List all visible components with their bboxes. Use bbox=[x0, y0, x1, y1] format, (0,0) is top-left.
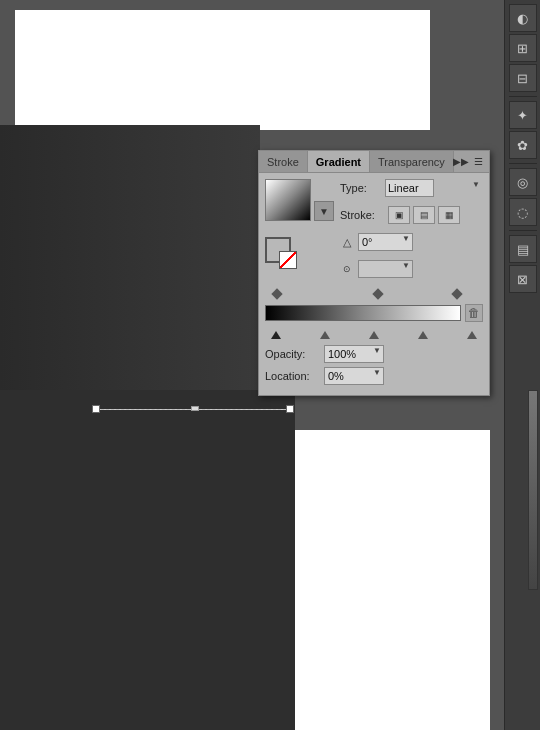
delete-stop-btn[interactable]: 🗑 bbox=[465, 304, 483, 322]
handle-top-left[interactable] bbox=[92, 405, 100, 413]
stop-4[interactable] bbox=[467, 327, 477, 339]
angle-input[interactable] bbox=[358, 233, 413, 251]
angle-icon: △ bbox=[340, 235, 354, 249]
wand-btn[interactable]: ✦ bbox=[509, 101, 537, 129]
panel-body: ▼ Type: bbox=[259, 173, 489, 395]
location-input[interactable] bbox=[324, 367, 384, 385]
stop-2[interactable] bbox=[369, 327, 379, 339]
type-row: Type: Linear bbox=[340, 179, 483, 197]
panel-tab-icons: ▶▶ ☰ bbox=[454, 155, 489, 169]
swatch-column: ▼ bbox=[265, 179, 334, 283]
panel-options-icon[interactable]: ☰ bbox=[471, 155, 485, 169]
location-row: Location: bbox=[265, 367, 483, 385]
controls-column: Type: Linear Stroke: ▣ ▤ ▦ bbox=[340, 179, 483, 283]
stroke-row: Stroke: ▣ ▤ ▦ bbox=[340, 206, 483, 224]
transform-btn[interactable]: ⊠ bbox=[509, 265, 537, 293]
opacity-input[interactable] bbox=[324, 345, 384, 363]
panel-menu-icon[interactable]: ▶▶ bbox=[454, 155, 468, 169]
gradient-bar[interactable] bbox=[265, 305, 461, 321]
aspect-input-wrap bbox=[358, 260, 413, 278]
tab-transparency[interactable]: Transparency bbox=[370, 151, 454, 172]
gradient-bar-container bbox=[265, 305, 461, 321]
type-label: Type: bbox=[340, 182, 385, 194]
opacity-label: Opacity: bbox=[265, 348, 320, 360]
divider-3 bbox=[509, 230, 537, 231]
grid-btn[interactable]: ⊟ bbox=[509, 64, 537, 92]
stroke-swatch-red bbox=[279, 251, 297, 269]
gradient-swatch[interactable] bbox=[265, 179, 311, 221]
divider-1 bbox=[509, 96, 537, 97]
tab-gradient[interactable]: Gradient bbox=[308, 151, 370, 172]
panel-tabs: Stroke Gradient Transparency ▶▶ ☰ bbox=[259, 151, 489, 173]
stop-1[interactable] bbox=[320, 327, 330, 339]
circle-gradient-btn[interactable]: ◎ bbox=[509, 168, 537, 196]
stroke-btn-1[interactable]: ▣ bbox=[388, 206, 410, 224]
page-top bbox=[15, 10, 430, 130]
stop-3[interactable] bbox=[418, 327, 428, 339]
type-select[interactable]: Linear bbox=[385, 179, 434, 197]
aspect-row: ⊙ bbox=[340, 260, 483, 278]
gradient-panel: Stroke Gradient Transparency ▶▶ ☰ bbox=[258, 150, 490, 396]
aspect-icon: ⊙ bbox=[340, 262, 354, 276]
location-label: Location: bbox=[265, 370, 320, 382]
type-select-wrapper: Linear bbox=[385, 179, 483, 197]
color-wheel-btn[interactable]: ◐ bbox=[509, 4, 537, 32]
ring-gradient-btn[interactable]: ◌ bbox=[509, 198, 537, 226]
divider-2 bbox=[509, 163, 537, 164]
diamond-left[interactable] bbox=[271, 288, 282, 299]
scroll-indicator bbox=[528, 390, 538, 590]
gradient-bar-row: 🗑 bbox=[265, 301, 483, 325]
stroke-swatch-row bbox=[265, 227, 334, 269]
aspect-input[interactable] bbox=[358, 260, 413, 278]
diamond-center[interactable] bbox=[372, 288, 383, 299]
swatch-dropdown-btn[interactable]: ▼ bbox=[314, 201, 334, 221]
canvas-area: Stroke Gradient Transparency ▶▶ ☰ bbox=[0, 0, 490, 730]
top-section: ▼ Type: bbox=[265, 179, 483, 283]
stroke-btn-3[interactable]: ▦ bbox=[438, 206, 460, 224]
handle-mid[interactable] bbox=[191, 406, 199, 411]
page-bottom bbox=[290, 430, 490, 730]
stroke-label: Stroke: bbox=[340, 209, 385, 221]
checker-btn[interactable]: ⊞ bbox=[509, 34, 537, 62]
right-toolbar: ◐ ⊞ ⊟ ✦ ✿ ◎ ◌ ▤ ⊠ bbox=[504, 0, 540, 730]
dark-rect-left bbox=[0, 125, 260, 390]
opacity-row: Opacity: bbox=[265, 345, 483, 363]
flower-btn[interactable]: ✿ bbox=[509, 131, 537, 159]
gradient-swatch-row: ▼ bbox=[265, 179, 334, 221]
location-input-wrap bbox=[324, 367, 384, 385]
dark-rect-bottom bbox=[0, 390, 295, 730]
handle-top-right[interactable] bbox=[286, 405, 294, 413]
stroke-btn-2[interactable]: ▤ bbox=[413, 206, 435, 224]
angle-row: △ bbox=[340, 233, 483, 251]
layers-btn[interactable]: ▤ bbox=[509, 235, 537, 263]
stroke-swatch[interactable] bbox=[265, 237, 297, 269]
swatch-arrow-col: ▼ bbox=[314, 179, 334, 221]
stop-0[interactable] bbox=[271, 327, 281, 339]
stop-handles-row bbox=[265, 325, 483, 341]
tab-stroke[interactable]: Stroke bbox=[259, 151, 308, 172]
diamond-right[interactable] bbox=[451, 288, 462, 299]
angle-input-wrap bbox=[358, 233, 413, 251]
opacity-input-wrap bbox=[324, 345, 384, 363]
gradient-top-row bbox=[265, 288, 483, 300]
